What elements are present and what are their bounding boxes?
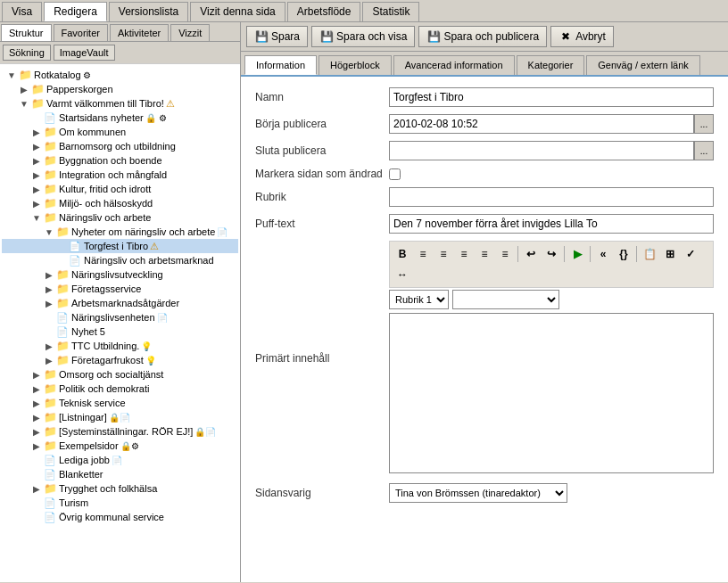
tree-item-rotkatalog[interactable]: ▼ 📁 Rotkatalog ⚙ — [2, 68, 238, 82]
cancel-button[interactable]: ✖ Avbryt — [550, 26, 614, 47]
sidansvarig-select[interactable]: Tina von Brömssen (tinaredaktor) — [389, 483, 567, 503]
expand-icon[interactable]: ▼ — [18, 97, 30, 110]
expand-icon[interactable]: ▶ — [30, 482, 43, 495]
tree-item-teknisk[interactable]: ▶ 📁 Teknisk service — [2, 396, 238, 410]
save-view-button[interactable]: 💾 Spara och visa — [311, 26, 415, 47]
expand-icon[interactable] — [30, 454, 43, 466]
expand-icon[interactable] — [30, 468, 43, 480]
expand-icon[interactable]: ▶ — [30, 368, 43, 381]
expand-icon[interactable]: ▼ — [5, 69, 18, 81]
expand-icon[interactable]: ▶ — [30, 168, 43, 181]
tree-item-blanketter[interactable]: 📄 Blanketter — [2, 467, 238, 481]
expand-icon[interactable]: ▶ — [30, 126, 43, 138]
tree-item-papperskorgen[interactable]: ▶ 📁 Papperskorgen — [2, 82, 238, 96]
expand-icon[interactable]: ▼ — [30, 211, 43, 224]
tree-item-lediga-jobb[interactable]: 📄 Lediga jobb 📄 — [2, 453, 238, 467]
expand-icon[interactable]: ▶ — [30, 382, 43, 395]
rte-paste[interactable]: 📋 — [640, 244, 659, 264]
tab-hogerblock[interactable]: Högerblock — [318, 55, 392, 75]
rte-align-center[interactable]: ≡ — [454, 244, 474, 264]
tree-item-naringslivsenheten[interactable]: 📄 Näringslivsenheten 📄 — [2, 310, 238, 324]
save-publish-button[interactable]: 💾 Spara och publicera — [418, 26, 547, 47]
rubrik-input[interactable] — [389, 187, 714, 207]
expand-icon[interactable]: ▶ — [30, 411, 43, 423]
tab-arbetsflode[interactable]: Arbetsflöde — [287, 2, 361, 21]
expand-icon[interactable]: ▶ — [43, 340, 55, 352]
save-button[interactable]: 💾 Spara — [246, 26, 308, 47]
rte-align-left[interactable]: ≡ — [434, 244, 453, 264]
borja-input[interactable] — [389, 114, 694, 134]
tab-information[interactable]: Information — [244, 55, 317, 75]
expand-icon[interactable]: ▶ — [30, 397, 43, 409]
namn-input[interactable] — [389, 87, 714, 107]
tree-item-foretagarfrukost[interactable]: ▶ 📁 Företagarfrukost 💡 — [2, 353, 238, 367]
tree-item-varmt-valkommen[interactable]: ▼ 📁 Varmt välkommen till Tibro! ⚠ — [2, 96, 238, 111]
tab-versionslista[interactable]: Versionslista — [109, 2, 188, 21]
rte-undo[interactable]: ↩ — [521, 244, 541, 264]
tree-item-exempelsidor[interactable]: ▶ 📁 Exempelsidor 🔒⚙ — [2, 439, 238, 453]
tab-visa[interactable]: Visa — [2, 2, 42, 21]
sidebar-tab-struktur[interactable]: Struktur — [1, 24, 52, 41]
tab-vizit[interactable]: Vizit denna sida — [190, 2, 285, 21]
rte-redo[interactable]: ↪ — [542, 244, 561, 264]
expand-icon[interactable] — [30, 497, 43, 509]
expand-icon[interactable]: ▶ — [30, 197, 43, 209]
tree-item-politik[interactable]: ▶ 📁 Politik och demokrati — [2, 382, 238, 396]
expand-icon[interactable]: ▶ — [30, 425, 43, 438]
expand-icon[interactable]: ▶ — [43, 354, 55, 366]
expand-icon[interactable]: ▼ — [43, 226, 55, 238]
sidebar-tab-aktiviteter[interactable]: Aktiviteter — [110, 24, 169, 41]
tree-item-listningar[interactable]: ▶ 📁 [Listningar] 🔒📄 — [2, 410, 238, 424]
tree-item-nyhet5[interactable]: 📄 Nyhet 5 — [2, 324, 238, 339]
tree-item-arbetsmarknadsatgarder[interactable]: ▶ 📁 Arbetsmarknadsåtgärder — [2, 296, 238, 310]
rte-align-right[interactable]: ≡ — [475, 244, 494, 264]
expand-icon[interactable] — [43, 311, 55, 324]
expand-icon[interactable]: ▶ — [30, 154, 43, 167]
tab-kategorier[interactable]: Kategorier — [517, 55, 585, 75]
rte-resize[interactable]: ↔ — [393, 265, 412, 284]
expand-icon[interactable] — [55, 240, 68, 252]
expand-icon[interactable] — [30, 511, 43, 523]
borja-calendar-button[interactable]: ... — [694, 114, 714, 134]
tree-item-kultur[interactable]: ▶ 📁 Kultur, fritid och idrott — [2, 182, 238, 196]
tree-item-miljo[interactable]: ▶ 📁 Miljö- och hälsoskydd — [2, 196, 238, 210]
tree-item-omsorg[interactable]: ▶ 📁 Omsorg och socialtjänst — [2, 367, 238, 382]
tree-item-naringsliv-arbetsmarknad[interactable]: 📄 Näringsliv och arbetsmarknad — [2, 253, 238, 267]
expand-icon[interactable] — [43, 325, 55, 338]
tab-avancerad[interactable]: Avancerad information — [393, 55, 515, 75]
rte-table[interactable]: ⊞ — [660, 244, 680, 264]
tab-genvag[interactable]: Genväg / extern länk — [586, 55, 700, 75]
tree-item-systeminst[interactable]: ▶ 📁 [Systeminställningar. RÖR EJ!] 🔒📄 — [2, 424, 238, 439]
expand-icon[interactable] — [55, 254, 68, 267]
tree-item-startsidans[interactable]: 📄 Startsidans nyheter 🔒 ⚙ — [2, 111, 238, 125]
rte-indent[interactable]: ≡ — [495, 244, 515, 264]
rte-play[interactable]: ▶ — [567, 244, 587, 264]
sluta-calendar-button[interactable]: ... — [694, 141, 714, 160]
tree-item-naringslivsutveckling[interactable]: ▶ 📁 Näringslivsutveckling — [2, 267, 238, 282]
search-button[interactable]: Sökning — [3, 45, 51, 61]
tree-item-ovrig[interactable]: 📄 Övrig kommunal service — [2, 510, 238, 524]
pufftext-input[interactable] — [389, 214, 714, 234]
tree-item-om-kommunen[interactable]: ▶ 📁 Om kommunen — [2, 125, 238, 139]
tree-item-turism[interactable]: 📄 Turism — [2, 496, 238, 510]
tree-item-integration[interactable]: ▶ 📁 Integration och mångfald — [2, 168, 238, 182]
expand-icon[interactable]: ▶ — [43, 268, 55, 281]
expand-icon[interactable]: ▶ — [18, 83, 30, 95]
imagevault-button[interactable]: ImageVault — [54, 45, 115, 61]
rte-check[interactable]: ✓ — [681, 244, 700, 264]
tree-item-byggnation[interactable]: ▶ 📁 Byggnation och boende — [2, 153, 238, 168]
sidebar-tab-favoriter[interactable]: Favoriter — [54, 24, 108, 41]
expand-icon[interactable]: ▶ — [43, 297, 55, 309]
expand-icon[interactable]: ▶ — [43, 283, 55, 295]
tab-statistik[interactable]: Statistik — [362, 2, 419, 21]
tree-item-torgfest[interactable]: 📄 Torgfest i Tibro ⚠ — [2, 239, 238, 253]
rte-code[interactable]: {} — [614, 244, 633, 264]
tree-item-naringsliv[interactable]: ▼ 📁 Näringsliv och arbete — [2, 210, 238, 225]
expand-icon[interactable]: ▶ — [30, 183, 43, 195]
tree-item-nyheter-naringsliv[interactable]: ▼ 📁 Nyheter om näringsliv och arbete 📄 — [2, 225, 238, 239]
tree-item-trygghet[interactable]: ▶ 📁 Trygghet och folkhälsa — [2, 481, 238, 496]
sluta-input[interactable] — [389, 141, 694, 160]
expand-icon[interactable]: ▶ — [30, 439, 43, 452]
style-select[interactable] — [452, 290, 559, 309]
editor-textarea[interactable] — [389, 313, 714, 473]
